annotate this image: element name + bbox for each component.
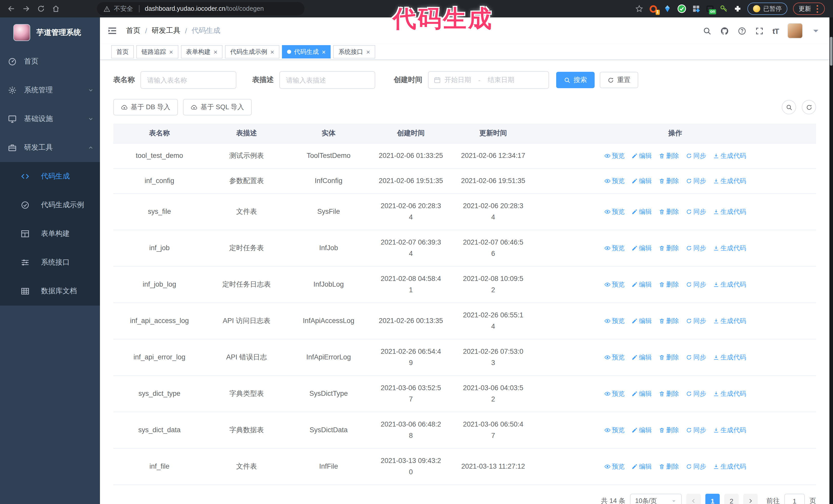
- tab-form-builder[interactable]: 表单构建 ×: [181, 45, 222, 58]
- action-preview[interactable]: 预览: [604, 425, 625, 436]
- breadcrumb-dev-tools[interactable]: 研发工具: [152, 26, 181, 35]
- extension-dark-icon[interactable]: on: [706, 5, 714, 13]
- sidebar-item-codegen-example[interactable]: 代码生成示例: [0, 191, 100, 219]
- action-edit[interactable]: 编辑: [631, 150, 652, 162]
- action-sync[interactable]: 同步: [686, 315, 706, 327]
- sidebar-item-codegen[interactable]: 代码生成: [0, 162, 100, 191]
- header-search-icon[interactable]: [703, 26, 712, 35]
- action-preview[interactable]: 预览: [604, 150, 625, 162]
- action-edit[interactable]: 编辑: [631, 352, 652, 363]
- action-delete[interactable]: 删除: [659, 352, 679, 363]
- prev-page-button[interactable]: [686, 494, 701, 504]
- window-scrollbar[interactable]: [829, 18, 833, 504]
- end-date-placeholder[interactable]: 结束日期: [488, 75, 515, 85]
- action-sync[interactable]: 同步: [686, 150, 706, 162]
- action-delete[interactable]: 删除: [659, 425, 679, 436]
- action-delete[interactable]: 删除: [659, 150, 679, 162]
- extension-orange-icon[interactable]: 1: [649, 4, 658, 13]
- refresh-table-button[interactable]: [802, 100, 816, 114]
- action-edit[interactable]: 编辑: [631, 315, 652, 327]
- github-icon[interactable]: [720, 26, 729, 35]
- user-avatar[interactable]: [787, 23, 803, 39]
- close-icon[interactable]: ×: [322, 48, 326, 56]
- action-sync[interactable]: 同步: [686, 388, 706, 400]
- extension-key-icon[interactable]: [720, 5, 728, 13]
- scrollbar-thumb[interactable]: [830, 37, 832, 66]
- extension-check-icon[interactable]: [677, 4, 686, 13]
- action-delete[interactable]: 删除: [659, 175, 679, 187]
- close-icon[interactable]: ×: [169, 48, 173, 56]
- action-edit[interactable]: 编辑: [631, 279, 652, 290]
- font-size-icon[interactable]: tT: [772, 26, 779, 35]
- help-icon[interactable]: [738, 26, 746, 35]
- extension-puzzle-icon[interactable]: [734, 5, 742, 13]
- action-delete[interactable]: 删除: [659, 315, 679, 327]
- action-delete[interactable]: 删除: [659, 242, 679, 254]
- sidebar-item-system-api[interactable]: 系统接口: [0, 248, 100, 277]
- home-icon[interactable]: [52, 5, 60, 13]
- action-generate-code[interactable]: 生成代码: [713, 175, 746, 187]
- date-range-picker[interactable]: 开始日期 - 结束日期: [428, 71, 549, 89]
- tab-home[interactable]: 首页: [111, 45, 134, 58]
- close-icon[interactable]: ×: [214, 48, 217, 56]
- action-sync[interactable]: 同步: [686, 461, 706, 472]
- action-preview[interactable]: 预览: [604, 175, 625, 187]
- action-generate-code[interactable]: 生成代码: [713, 461, 746, 472]
- bookmark-star-icon[interactable]: [635, 5, 643, 13]
- import-sql-button[interactable]: 基于 SQL 导入: [183, 99, 252, 115]
- close-icon[interactable]: ×: [270, 48, 274, 56]
- sidebar-item-dev-tools[interactable]: 研发工具: [0, 133, 100, 162]
- kebab-menu-icon[interactable]: [816, 8, 818, 9]
- action-sync[interactable]: 同步: [686, 206, 706, 217]
- reload-icon[interactable]: [37, 5, 45, 13]
- action-delete[interactable]: 删除: [659, 461, 679, 472]
- user-menu-caret-icon[interactable]: [811, 26, 820, 35]
- action-generate-code[interactable]: 生成代码: [713, 315, 746, 327]
- action-edit[interactable]: 编辑: [631, 175, 652, 187]
- action-delete[interactable]: 删除: [659, 206, 679, 217]
- sidebar-item-db-doc[interactable]: 数据库文档: [0, 277, 100, 306]
- action-sync[interactable]: 同步: [686, 279, 706, 290]
- action-edit[interactable]: 编辑: [631, 206, 652, 217]
- collapse-sidebar-icon[interactable]: [107, 26, 117, 36]
- action-preview[interactable]: 预览: [604, 206, 625, 217]
- action-edit[interactable]: 编辑: [631, 242, 652, 254]
- tab-system-api[interactable]: 系统接口 ×: [333, 45, 375, 58]
- action-preview[interactable]: 预览: [604, 279, 625, 290]
- action-sync[interactable]: 同步: [686, 242, 706, 254]
- action-preview[interactable]: 预览: [604, 315, 625, 327]
- action-delete[interactable]: 删除: [659, 279, 679, 290]
- action-preview[interactable]: 预览: [604, 352, 625, 363]
- action-preview[interactable]: 预览: [604, 242, 625, 254]
- sidebar-item-system-management[interactable]: 系统管理: [0, 76, 100, 104]
- extension-gem-icon[interactable]: [663, 5, 671, 13]
- search-button[interactable]: 搜索: [556, 72, 595, 88]
- tab-codegen[interactable]: 代码生成 ×: [282, 45, 331, 58]
- reset-button[interactable]: 重置: [600, 72, 638, 88]
- sidebar-item-home[interactable]: 首页: [0, 47, 100, 76]
- action-sync[interactable]: 同步: [686, 352, 706, 363]
- tab-tracer[interactable]: 链路追踪 ×: [136, 45, 178, 58]
- fullscreen-icon[interactable]: [755, 26, 764, 35]
- goto-page-input[interactable]: [784, 494, 805, 504]
- action-generate-code[interactable]: 生成代码: [713, 150, 746, 162]
- app-logo-row[interactable]: 芋道管理系统: [0, 18, 100, 47]
- action-generate-code[interactable]: 生成代码: [713, 425, 746, 436]
- action-preview[interactable]: 预览: [604, 388, 625, 400]
- action-generate-code[interactable]: 生成代码: [713, 279, 746, 290]
- update-button[interactable]: 更新: [793, 3, 825, 15]
- import-db-button[interactable]: 基于 DB 导入: [113, 99, 178, 115]
- forward-icon[interactable]: [22, 5, 30, 13]
- sidebar-item-infrastructure[interactable]: 基础设施: [0, 104, 100, 133]
- toggle-search-button[interactable]: [782, 100, 796, 114]
- extension-grid-icon[interactable]: [692, 5, 700, 13]
- page-button-1[interactable]: 1: [705, 494, 720, 504]
- start-date-placeholder[interactable]: 开始日期: [445, 75, 471, 85]
- paused-extension-pill[interactable]: 已暂停: [747, 3, 787, 15]
- action-generate-code[interactable]: 生成代码: [713, 352, 746, 363]
- action-generate-code[interactable]: 生成代码: [713, 388, 746, 400]
- next-page-button[interactable]: [743, 494, 758, 504]
- action-edit[interactable]: 编辑: [631, 425, 652, 436]
- page-button-2[interactable]: 2: [724, 494, 739, 504]
- close-icon[interactable]: ×: [366, 48, 370, 56]
